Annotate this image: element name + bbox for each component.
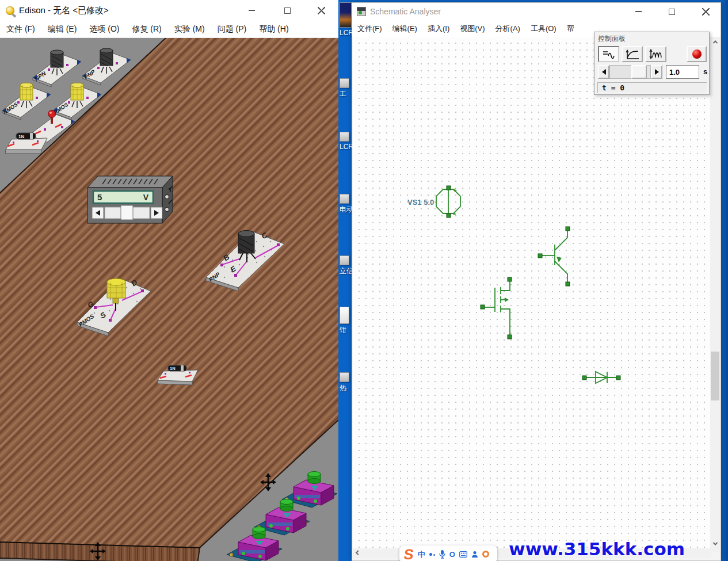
menu-item[interactable]: 编辑(E) xyxy=(387,24,422,34)
menu-item[interactable]: 视图(V) xyxy=(455,24,490,34)
maximize-button[interactable] xyxy=(659,3,684,20)
user-icon[interactable] xyxy=(471,551,478,558)
time-scrollbar[interactable] xyxy=(609,65,651,79)
record-ball-icon xyxy=(692,49,702,59)
meter-display-unit: V xyxy=(143,193,149,202)
table-move-handle-icon[interactable] xyxy=(90,542,106,560)
vs1-plus-sign: + xyxy=(453,186,457,194)
menu-item[interactable]: 帮助 (H) xyxy=(253,24,295,35)
ime-language-toggle[interactable]: 中 xyxy=(418,551,425,558)
shelf-potentiometer-tile[interactable] xyxy=(226,526,283,561)
edison-menubar: 文件 (F)编辑 (E)选项 (O)修复 (R)实验 (M)问题 (P)帮助 (… xyxy=(0,21,338,38)
time-step-input[interactable] xyxy=(666,65,699,79)
left-arrow-icon xyxy=(599,69,606,75)
minimize-button[interactable] xyxy=(239,0,264,21)
meter-display-value: 5 xyxy=(97,192,102,202)
run-simulation-button[interactable] xyxy=(687,46,707,62)
menu-item[interactable]: 插入(I) xyxy=(422,24,455,34)
vertical-scrollbar[interactable] xyxy=(710,37,720,552)
menu-item[interactable]: 编辑 (E) xyxy=(41,24,83,35)
watermark-text: www.315kkk.com xyxy=(509,539,685,559)
table-pmos-tile[interactable]: D G S PMOS xyxy=(73,273,153,337)
time-unit-label: s xyxy=(703,67,707,76)
ime-toolbar[interactable]: S 中 O xyxy=(399,545,497,561)
desktop-icon-image xyxy=(340,78,349,88)
schematic-titlebar: Schematic Analyser xyxy=(352,3,721,20)
dc-waveform-icon xyxy=(601,48,616,60)
desktop-icon-label: 工 xyxy=(340,89,346,99)
close-button[interactable] xyxy=(693,3,718,20)
menu-item[interactable]: 问题 (P) xyxy=(211,24,253,35)
table-diode-marking: 1N xyxy=(170,366,176,371)
desktop-icon-image xyxy=(340,2,352,28)
power-supply-meter[interactable]: 5 V xyxy=(86,174,174,228)
vs1-reference-label: VS1 5.0 xyxy=(407,198,434,207)
simulation-time-status: t = 0 xyxy=(597,82,707,93)
desktop-icon-image xyxy=(340,132,349,142)
step-response-icon xyxy=(625,48,640,60)
time-scroll-right-button[interactable] xyxy=(651,65,662,79)
menu-item[interactable]: 实验 (M) xyxy=(168,24,211,35)
time-scroll-left-button[interactable] xyxy=(598,65,609,79)
mosfet-symbol[interactable] xyxy=(481,277,512,339)
desktop-icon-label: 热 xyxy=(340,383,346,393)
schematic-app-icon xyxy=(357,7,366,16)
menu-item[interactable]: 文件 (F) xyxy=(0,24,41,35)
edison-titlebar: Edison - 无名 <已修改> xyxy=(0,0,338,21)
menu-item[interactable]: 选项 (O) xyxy=(83,24,125,35)
control-panel-window: 控制面板 xyxy=(594,32,710,95)
ac-sweep-mode-button[interactable] xyxy=(645,46,666,62)
table-diode-tile[interactable]: 1N xyxy=(155,363,201,387)
menu-item[interactable]: 工具(O) xyxy=(525,24,562,34)
ac-sweep-icon xyxy=(649,48,664,60)
shelf-diode-tile[interactable]: 1N xyxy=(3,130,51,157)
vs1-minus-sign: - xyxy=(453,208,456,218)
bjt-transistor-symbol[interactable] xyxy=(538,227,570,286)
dc-mode-button[interactable] xyxy=(598,46,619,62)
keyboard-icon[interactable] xyxy=(459,551,467,558)
menu-item[interactable]: 分析(A) xyxy=(490,24,525,34)
sogou-logo-icon[interactable]: S xyxy=(403,547,414,561)
edison-window-title: Edison - 无名 <已修改> xyxy=(19,5,109,16)
schematic-symbols: VS1 5.0 + - xyxy=(353,37,711,548)
desktop-right-edge xyxy=(720,0,728,561)
transient-mode-button[interactable] xyxy=(622,46,643,62)
scroll-up-button[interactable] xyxy=(710,37,720,47)
ime-shape-toggle[interactable]: O xyxy=(449,551,455,558)
scroll-left-button[interactable] xyxy=(353,548,363,558)
schematic-canvas[interactable]: VS1 5.0 + - xyxy=(353,37,711,548)
minimize-button[interactable] xyxy=(626,3,651,20)
control-panel-title: 控制面板 xyxy=(594,32,709,44)
diode-symbol[interactable] xyxy=(582,372,620,383)
right-arrow-icon xyxy=(655,69,662,75)
menu-item[interactable]: 修复 (R) xyxy=(125,24,167,35)
microphone-icon[interactable] xyxy=(439,550,445,559)
desktop-icon-label: 钳 xyxy=(340,325,346,335)
schematic-window-title: Schematic Analyser xyxy=(370,7,441,16)
time-scrollbar-thumb[interactable] xyxy=(631,65,647,79)
edison-workbench: NPN PNP xyxy=(0,38,338,561)
desktop-icon-image xyxy=(340,194,349,204)
ime-punctuation-icon[interactable] xyxy=(429,553,435,556)
vertical-scrollbar-thumb[interactable] xyxy=(711,352,719,400)
table-pnp-transistor-tile[interactable]: C B E PNP xyxy=(201,227,287,292)
desktop-icon-image xyxy=(340,307,349,324)
desktop-icon-image xyxy=(340,372,349,382)
shelf-diode-marking: 1N xyxy=(18,134,24,139)
close-button[interactable] xyxy=(308,0,334,21)
maximize-button[interactable] xyxy=(275,0,300,21)
desktop-icon-image xyxy=(340,255,349,265)
menu-item[interactable]: 文件(F) xyxy=(352,24,387,34)
menu-item[interactable]: 帮 xyxy=(562,24,580,34)
meter-slider-thumb[interactable] xyxy=(121,205,133,220)
lightbulb-app-icon xyxy=(6,6,14,15)
ime-skin-icon[interactable] xyxy=(482,551,489,558)
scroll-down-button[interactable] xyxy=(710,539,720,548)
desktop: LCR 工 LCR 电动 立信 钳 热 Edison - 无名 <已修改> xyxy=(0,0,728,561)
table-move-handle-icon[interactable] xyxy=(260,473,276,491)
edison-window: Edison - 无名 <已修改> 文件 (F)编辑 (E)选项 (O)修复 (… xyxy=(0,0,338,561)
